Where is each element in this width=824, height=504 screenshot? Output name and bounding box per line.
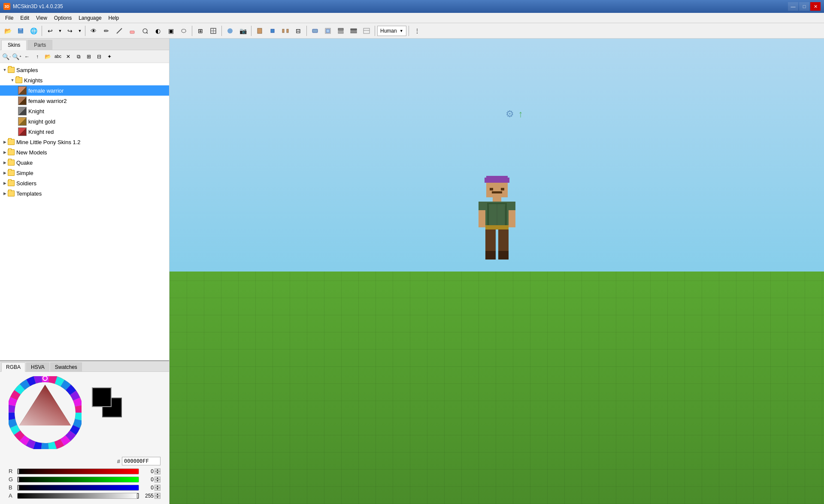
tree-item-templates[interactable]: ▶ Templates	[0, 188, 169, 199]
tree-item-new-models[interactable]: ▶ New Models	[0, 147, 169, 157]
tree-back-button[interactable]: ←	[22, 52, 32, 61]
pencil-button[interactable]: ✏	[100, 25, 112, 37]
a-spinner-up[interactable]: ▲	[154, 493, 161, 496]
menu-view[interactable]: View	[33, 14, 51, 22]
more-button[interactable]: ⋮	[411, 25, 423, 37]
a-slider[interactable]	[17, 493, 139, 499]
tree-item-mine-little-pony[interactable]: ▶ Mine Little Pony Skins 1.2	[0, 137, 169, 147]
color-wheel-container[interactable]	[9, 376, 82, 449]
save-button[interactable]	[15, 25, 27, 37]
tree-grid1-button[interactable]: ⊞	[84, 52, 94, 61]
menu-options[interactable]: Options	[51, 14, 75, 22]
tab-parts[interactable]: Parts	[27, 40, 52, 50]
g-spinner-down[interactable]: ▼	[154, 480, 161, 483]
menu-language[interactable]: Language	[75, 14, 105, 22]
view-toggle-button[interactable]: 👁	[88, 25, 100, 37]
tab-hsva[interactable]: HSVA	[26, 362, 49, 371]
skin-part-head[interactable]	[254, 25, 266, 37]
tree-rename-button[interactable]: abc	[53, 52, 63, 61]
redo-dropdown[interactable]: ▼	[77, 25, 83, 37]
svg-point-11	[227, 28, 233, 33]
r-thumb	[18, 469, 19, 474]
g-spinner-up[interactable]: ▲	[154, 477, 161, 480]
svg-rect-47	[501, 188, 504, 190]
grid-toggle-button[interactable]: ⊞	[194, 25, 206, 37]
view-3d[interactable]: ⚙ ↑	[170, 39, 824, 504]
minimize-button[interactable]: —	[788, 2, 798, 11]
menu-edit[interactable]: Edit	[17, 14, 33, 22]
svg-rect-2	[18, 31, 23, 33]
r-spinner-up[interactable]: ▲	[154, 468, 161, 471]
render-button[interactable]	[224, 25, 236, 37]
menu-help[interactable]: Help	[105, 14, 123, 22]
tree-item-knights[interactable]: ▼ Knights	[0, 75, 169, 85]
tree-item-knight-red[interactable]: Knight red	[0, 127, 169, 137]
tree-item-female-warrior[interactable]: female warrior	[0, 85, 169, 96]
tree-item-knight[interactable]: Knight	[0, 106, 169, 116]
lasso-button[interactable]	[178, 25, 190, 37]
tree-zoom-out-button[interactable]: 🔍-	[2, 52, 11, 61]
foreground-color-swatch[interactable]	[92, 387, 112, 407]
layer-button-2[interactable]	[322, 25, 334, 37]
tree-view[interactable]: ▼ Samples ▼ Knights female warrior femal…	[0, 63, 169, 360]
skin-model-dropdown[interactable]: Human ▼	[377, 26, 406, 36]
quake-label: Quake	[16, 160, 33, 166]
skin-part-legs[interactable]: ⊟	[292, 25, 304, 37]
tree-item-knight-gold[interactable]: knight gold	[0, 116, 169, 127]
b-spinner[interactable]: ▲ ▼	[154, 485, 161, 491]
layer-button-1[interactable]	[309, 25, 321, 37]
menu-file[interactable]: File	[2, 14, 17, 22]
move-up-handle-icon[interactable]: ↑	[518, 109, 523, 120]
tab-rgba[interactable]: RGBA	[1, 362, 25, 372]
tree-item-simple[interactable]: ▶ Simple	[0, 168, 169, 178]
toolbar-separator-3	[192, 26, 192, 36]
r-spinner[interactable]: ▲ ▼	[154, 468, 161, 474]
r-spinner-down[interactable]: ▼	[154, 471, 161, 474]
g-slider[interactable]	[17, 477, 139, 483]
b-spinner-up[interactable]: ▲	[154, 485, 161, 488]
skin-part-body[interactable]	[267, 25, 279, 37]
undo-dropdown[interactable]: ▼	[57, 25, 63, 37]
tree-delete-button[interactable]: ✕	[64, 52, 73, 61]
tree-item-soldiers[interactable]: ▶ Soldiers	[0, 178, 169, 188]
layer-button-3[interactable]	[335, 25, 347, 37]
tree-magic-button[interactable]: ✦	[105, 52, 114, 61]
tab-skins[interactable]: Skins	[1, 40, 27, 50]
tree-up-button[interactable]: ↑	[33, 52, 42, 61]
tree-open-button[interactable]: 📂	[43, 52, 52, 61]
tree-grid2-button[interactable]: ⊟	[94, 52, 104, 61]
fill-button[interactable]: ▣	[165, 25, 177, 37]
dodge-burn-button[interactable]: ◐	[152, 25, 164, 37]
g-spinner[interactable]: ▲ ▼	[154, 477, 161, 483]
tree-item-quake[interactable]: ▶ Quake	[0, 157, 169, 168]
upload-button[interactable]: 🌐	[27, 25, 39, 37]
eraser-button[interactable]	[126, 25, 138, 37]
tree-zoom-in-button[interactable]: 🔍+	[12, 52, 21, 61]
tree-item-female-warrior2[interactable]: female warrior2	[0, 96, 169, 106]
hex-input[interactable]	[122, 457, 161, 465]
tab-swatches[interactable]: Swatches	[50, 362, 82, 371]
rotate-handle-icon[interactable]: ⚙	[506, 109, 514, 120]
svg-rect-61	[498, 251, 509, 260]
tree-clone-button[interactable]: ⧉	[74, 52, 83, 61]
line-button[interactable]	[113, 25, 125, 37]
a-spinner-down[interactable]: ▼	[154, 496, 161, 499]
b-slider[interactable]	[17, 485, 139, 491]
redo-button[interactable]: ↪	[64, 25, 76, 37]
maximize-button[interactable]: □	[799, 2, 809, 11]
b-value: 0	[141, 485, 154, 491]
open-button[interactable]: 📂	[2, 25, 14, 37]
layer-button-5[interactable]	[360, 25, 373, 37]
close-button[interactable]: ✕	[810, 2, 821, 11]
r-slider[interactable]	[17, 468, 139, 474]
color-picker-button[interactable]	[139, 25, 151, 37]
a-spinner[interactable]: ▲ ▼	[154, 493, 161, 499]
camera-button[interactable]: 📷	[237, 25, 249, 37]
b-spinner-down[interactable]: ▼	[154, 488, 161, 491]
templates-label: Templates	[16, 190, 42, 197]
tree-item-samples[interactable]: ▼ Samples	[0, 65, 169, 75]
skin-part-arms[interactable]	[279, 25, 291, 37]
undo-button[interactable]: ↩	[44, 25, 56, 37]
model-button[interactable]	[207, 25, 219, 37]
layer-button-4[interactable]	[348, 25, 360, 37]
